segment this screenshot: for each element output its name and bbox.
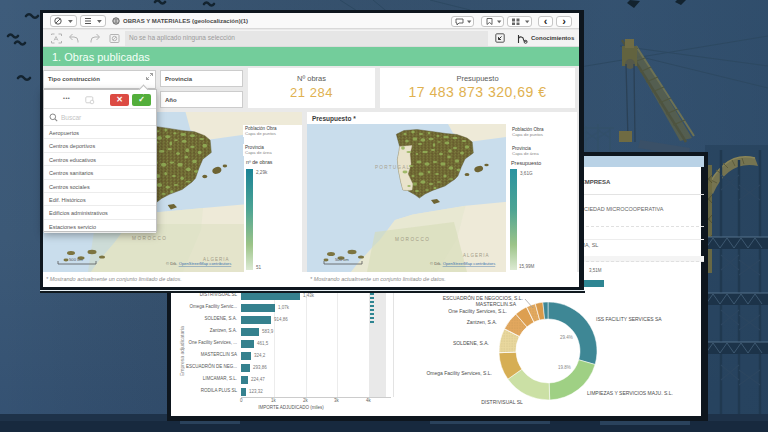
svg-text:MOROCCO: MOROCCO (132, 236, 168, 241)
svg-text:© Dik. OpenStreetMap contribut: © Dik. OpenStreetMap contributors (166, 261, 231, 266)
svg-text:PORTUGAL: PORTUGAL (375, 165, 410, 170)
svg-text:ALGERIA: ALGERIA (463, 253, 490, 258)
svg-text:© Dik. OpenStreetMap contribut: © Dik. OpenStreetMap contributors (430, 261, 495, 266)
svg-text:500 km: 500 km (335, 257, 349, 262)
svg-text:MOROCCO: MOROCCO (395, 237, 431, 242)
svg-text:500 km: 500 km (69, 257, 83, 262)
